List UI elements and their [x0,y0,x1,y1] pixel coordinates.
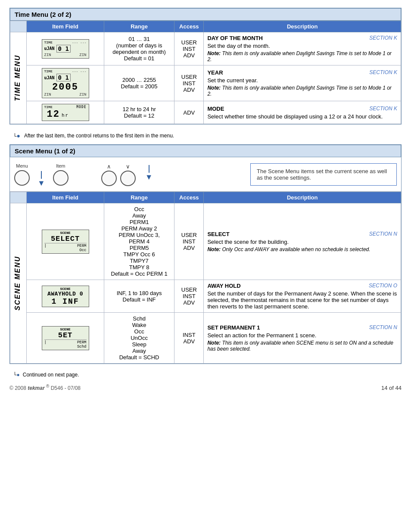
time-row1-desc-title: DAY OF THE MONTH [207,35,263,41]
scene-row1-desc-title: SELECT [207,231,229,237]
scene-desc-box: The Scene Menu items set the current sce… [250,163,397,186]
time-vertical-label: TIME MENU [14,55,22,101]
time-menu-table: Item Field Range Access Description TIME… [10,21,401,124]
menu-button-group: Menu [14,163,30,186]
time-row2-range: 2000 … 2255 Default = 2005 [104,65,174,101]
time-row3-desc: MODE SECTION K Select whether time shoul… [204,101,401,124]
time-row2-desc-note: Note: This item is only available when D… [207,85,397,97]
time-row3-access: ADV [174,101,204,124]
scene-row1-section: SECTION N [369,231,397,237]
arrow-buttons-group: ∧ ∨ [101,163,136,186]
time-row3-lcd: TIME MODE 12hr [42,104,89,121]
continued-note: └● Continued on next page. [13,372,402,378]
time-row3-item: TIME MODE 12hr [27,101,104,124]
scene-row2-section: SECTION O [369,283,397,289]
table-row: TIME --- --- uJAN 0 1 2005 ZINZIN 2000 [10,65,401,101]
table-row: SCENE AWAYHOLD 0 1 INF INF, 1 to 180 day… [10,280,401,313]
scene-row3-desc: SET PERMANENT 1 SECTION N Select an acti… [204,313,401,364]
th-access: Access [174,21,204,32]
scene-th-range: Range [104,192,174,203]
scene-row3-item: SCENE 5ET | PERM Schd [27,313,104,364]
time-menu-title: Time Menu (2 of 2) [15,11,71,18]
scene-row2-range: INF, 1 to 180 days Default = INF [104,280,174,313]
time-row3-section: SECTION K [369,106,397,112]
scene-row3-lcd: SCENE 5ET | PERM Schd [42,326,89,350]
scene-row1-desc: SELECT SECTION N Select the scene for th… [204,203,401,280]
scene-row1-range: Occ Away PERM1 PERM Away 2 PERM UnOcc 3,… [104,203,174,280]
menu-button-label: Menu [16,163,28,168]
down-button[interactable] [120,171,136,186]
scene-vertical-label: SCENE MENU [14,256,22,311]
scene-menu-section: Scene Menu (1 of 2) Menu ▼ Item ∧ ∨ [9,144,402,364]
table-row: TIME MODE 12hr 12 hr to 24 hr Default = … [10,101,401,124]
footer-brand: tekmar [28,385,44,391]
table-row: SCENE 5ET | PERM Schd Schd Wake Occ UnOc… [10,313,401,364]
scene-row1-access: USER INST ADV [174,203,204,280]
time-row1-lcd: TIME --- --- uJAN 0 1 ZINZIN [42,39,89,59]
time-menu-header: Time Menu (2 of 2) [10,8,401,21]
th-range: Range [104,21,174,32]
scene-row3-desc-note: Note: This item is only available when S… [207,340,397,352]
table-row: TIME MENU TIME --- --- uJAN 0 1 ZINZ [10,32,401,65]
up-down-buttons: ∧ ∨ [101,163,136,186]
scene-row1-item: SCENE 5ELECT | PERM Occ [27,203,104,280]
item-button[interactable] [53,170,68,186]
scene-row3-desc-title: SET PERMANENT 1 [207,324,260,331]
scene-row1-lcd: SCENE 5ELECT | PERM Occ [42,230,89,254]
scene-row2-item: SCENE AWAYHOLD 0 1 INF [27,280,104,313]
time-row1-desc-body: Set the day of the month. [207,43,397,49]
scene-row2-desc: AWAY HOLD SECTION O Set the number of da… [204,280,401,313]
scene-th-access: Access [174,192,204,203]
time-row3-desc-title: MODE [207,106,224,112]
time-row2-lcd: TIME --- --- uJAN 0 1 2005 ZINZIN [42,68,89,98]
time-row1-desc-note: Note: This item is only available when D… [207,50,397,62]
scene-th-item: Item Field [27,192,104,203]
footer: © 2008 tekmar ® D546 - 07/08 14 of 44 [9,384,402,391]
menu-button[interactable] [14,170,30,186]
item-button-label: Item [56,163,65,168]
scene-vertical-label-cell: SCENE MENU [10,203,27,364]
footer-page: 14 of 44 [381,385,402,391]
footer-doc: D546 - 07/08 [51,385,81,391]
scene-row3-range: Schd Wake Occ UnOcc Sleep Away Default =… [104,313,174,364]
time-row3-desc-body: Select whether time should be displayed … [207,113,397,120]
time-menu-section: Time Menu (2 of 2) Item Field Range Acce… [9,8,402,124]
time-row1-range: 01 … 31 (number of days is dependent on … [104,32,174,65]
th-item-field: Item Field [27,21,104,32]
time-row1-item: TIME --- --- uJAN 0 1 ZINZIN [27,32,104,65]
arrow-down-indicator: ▼ [37,171,45,188]
time-row3-range: 12 hr to 24 hr Default = 12 [104,101,174,124]
time-row2-desc-body: Set the current year. [207,77,397,84]
time-row1-section: SECTION K [369,35,397,41]
time-row2-desc-title: YEAR [207,69,223,76]
scene-menu-table: Item Field Range Access Description SCEN… [10,192,401,364]
scene-th-desc: Description [204,192,401,203]
time-row1-access: USER INST ADV [174,32,204,65]
time-row2-desc: YEAR SECTION K Set the current year. Not… [204,65,401,101]
time-vertical-label-cell: TIME MENU [10,32,27,124]
arrow-down-2: ▼ [145,165,153,182]
th-description: Description [204,21,401,32]
after-note: └● After the last item, the control retu… [13,132,402,139]
scene-row3-section: SECTION N [369,324,397,330]
time-row1-desc: DAY OF THE MONTH SECTION K Set the day o… [204,32,401,65]
scene-row2-access: USER INST ADV [174,280,204,313]
scene-top-area: Menu ▼ Item ∧ ∨ [10,157,401,192]
scene-menu-header: Scene Menu (1 of 2) [10,145,401,157]
time-row2-item: TIME --- --- uJAN 0 1 2005 ZINZIN [27,65,104,101]
scene-row2-desc-title: AWAY HOLD [207,283,240,289]
scene-row3-access: INST ADV [174,313,204,364]
table-row: SCENE MENU SCENE 5ELECT | PERM Occ [10,203,401,280]
scene-menu-title: Scene Menu (1 of 2) [15,147,75,155]
time-row2-access: USER INST ADV [174,65,204,101]
time-row2-section: SECTION K [369,69,397,75]
footer-copyright: © 2008 tekmar ® D546 - 07/08 [9,384,81,391]
scene-row1-desc-note: Note: Only Occ and AWAY are available wh… [207,246,397,252]
up-button[interactable] [101,171,117,186]
scene-row2-lcd: SCENE AWAYHOLD 0 1 INF [42,286,89,307]
item-button-group: Item [53,163,68,186]
